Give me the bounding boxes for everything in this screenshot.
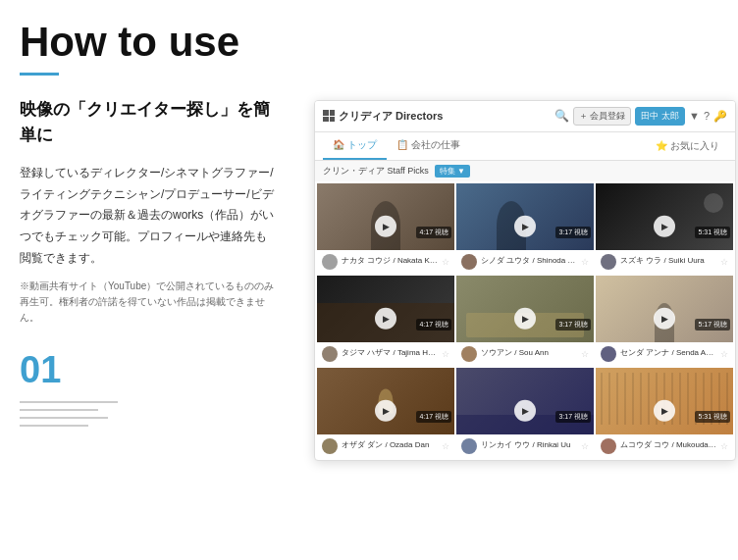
key-icon[interactable]: 🔑 [713, 110, 727, 123]
video-duration: 3:17 視聴 [555, 411, 591, 423]
step-lines [20, 401, 275, 427]
video-duration: 3:17 視聴 [555, 227, 591, 238]
video-item[interactable]: ▶ 5:31 視聴 ムコウダ コウ / Mukouda Kou ☆ [596, 368, 733, 458]
video-item[interactable]: ▶ 5:17 視聴 センダ アンナ / Senda Anna ☆ [596, 276, 733, 366]
video-item[interactable]: ▶ 5:31 視聴 スズキ ウラ / Suiki Uura ☆ [596, 183, 733, 274]
star-icon[interactable]: ☆ [442, 349, 449, 359]
tab-works[interactable]: 📋 会社の仕事 [387, 132, 470, 160]
video-info: ムコウダ コウ / Mukouda Kou ☆ [596, 434, 733, 458]
play-button[interactable]: ▶ [654, 307, 675, 329]
subtitle: 映像の「クリエイター探し」を簡単に [20, 97, 275, 147]
description-text: 登録しているディレクター/シネマトグラファー/ライティングテクニシャン/プロデュ… [20, 163, 275, 269]
star-icon[interactable]: ☆ [720, 349, 728, 359]
search-icon[interactable]: 🔍 [554, 109, 569, 123]
play-button[interactable]: ▶ [514, 399, 536, 421]
staff-pick-badge[interactable]: 特集 ▼ [435, 165, 470, 178]
login-button[interactable]: 田中 太郎 [635, 107, 685, 126]
play-button[interactable]: ▶ [375, 307, 396, 329]
video-duration: 5:17 視聴 [695, 319, 730, 331]
star-icon[interactable]: ☆ [442, 257, 449, 267]
title-underline [20, 73, 59, 76]
header-actions: 🔍 ＋ 会員登録 田中 太郎 ▼ ? 🔑 [554, 107, 727, 126]
video-info: センダ アンナ / Senda Anna ☆ [596, 342, 733, 366]
tab-top-label: トップ [347, 138, 377, 152]
logo-grid-icon [323, 110, 335, 122]
step-number: 01 [20, 349, 275, 391]
creator-name: シノダ ユウタ / Shinoda Youta [481, 256, 577, 266]
play-button[interactable]: ▶ [375, 215, 396, 236]
creator-name: ソウアン / Sou Ann [481, 348, 577, 358]
step-line-4 [20, 425, 88, 427]
app-logo: クリディア Directors [323, 109, 443, 124]
staff-pick-banner: クリン・ディア Staff Picks 特集 ▼ [315, 161, 735, 181]
note-text: ※動画共有サイト（YouTube）で公開されているもののみ再生可。権利者の許諾を… [20, 279, 275, 326]
avatar [601, 254, 616, 270]
avatar [461, 346, 477, 362]
right-panel: クリディア Directors 🔍 ＋ 会員登録 田中 太郎 ▼ ? 🔑 🏠 ト… [304, 0, 738, 560]
avatar [322, 346, 338, 362]
video-item[interactable]: ▶ 4:17 視聴 ナカタ コウジ / Nakata Kouji ☆ [317, 183, 454, 274]
bookmark-icon: ⭐ [656, 140, 667, 151]
star-icon[interactable]: ☆ [581, 441, 589, 451]
creator-name: センダ アンナ / Senda Anna [620, 348, 716, 358]
creator-name: ナカタ コウジ / Nakata Kouji [342, 256, 438, 266]
dropdown-icon[interactable]: ▼ [689, 110, 700, 122]
star-icon[interactable]: ☆ [581, 257, 589, 267]
step-line-1 [20, 401, 118, 403]
tab-bookmark[interactable]: ⭐ お気に入り [648, 132, 727, 160]
video-info: ソウアン / Sou Ann ☆ [456, 342, 594, 366]
video-item[interactable]: ▶ 3:17 視聴 ソウアン / Sou Ann ☆ [456, 276, 594, 366]
mockup-nav: 🏠 トップ 📋 会社の仕事 ⭐ お気に入り [315, 132, 735, 161]
creator-name: ムコウダ コウ / Mukouda Kou [620, 440, 716, 450]
page-title: How to use [20, 20, 275, 65]
staff-pick-label: クリン・ディア Staff Picks [323, 165, 429, 178]
video-duration: 3:17 視聴 [555, 319, 591, 331]
play-button[interactable]: ▶ [514, 307, 536, 329]
step-line-2 [20, 409, 98, 411]
video-duration: 4:17 視聴 [416, 227, 451, 238]
left-panel: How to use 映像の「クリエイター探し」を簡単に 登録しているディレクタ… [0, 0, 304, 560]
video-duration: 5:31 視聴 [695, 411, 730, 423]
works-icon: 📋 [396, 139, 408, 150]
play-button[interactable]: ▶ [375, 399, 396, 421]
avatar [322, 438, 338, 454]
video-duration: 4:17 視聴 [416, 319, 451, 331]
avatar [322, 254, 338, 270]
star-icon[interactable]: ☆ [581, 349, 589, 359]
add-member-button[interactable]: ＋ 会員登録 [573, 107, 632, 126]
mockup-header: クリディア Directors 🔍 ＋ 会員登録 田中 太郎 ▼ ? 🔑 [315, 101, 735, 132]
creator-name: タジマ ハザマ / Tajima Hazama [342, 348, 438, 358]
home-icon: 🏠 [333, 139, 344, 150]
video-item[interactable]: ▶ 4:17 視聴 タジマ ハザマ / Tajima Hazama ☆ [317, 276, 454, 366]
video-item[interactable]: ▶ 4:17 視聴 オザダ ダン / Ozada Dan ☆ [317, 368, 454, 458]
creator-name: リンカイ ウウ / Rinkai Uu [481, 440, 577, 450]
avatar [601, 438, 616, 454]
creator-name: オザダ ダン / Ozada Dan [342, 440, 438, 450]
avatar [461, 438, 477, 454]
help-button[interactable]: ? [704, 110, 710, 122]
play-button[interactable]: ▶ [654, 215, 675, 236]
video-info: タジマ ハザマ / Tajima Hazama ☆ [317, 342, 454, 366]
video-duration: 5:31 視聴 [695, 227, 730, 238]
star-icon[interactable]: ☆ [720, 257, 728, 267]
step-line-3 [20, 417, 108, 419]
video-info: リンカイ ウウ / Rinkai Uu ☆ [456, 434, 594, 458]
app-mockup: クリディア Directors 🔍 ＋ 会員登録 田中 太郎 ▼ ? 🔑 🏠 ト… [314, 100, 736, 461]
avatar [461, 254, 477, 270]
video-grid: ▶ 4:17 視聴 ナカタ コウジ / Nakata Kouji ☆ ▶ 3:1… [315, 181, 735, 460]
play-button[interactable]: ▶ [514, 215, 536, 236]
video-item[interactable]: ▶ 3:17 視聴 シノダ ユウタ / Shinoda Youta ☆ [456, 183, 594, 274]
avatar [601, 346, 616, 362]
video-info: オザダ ダン / Ozada Dan ☆ [317, 434, 454, 458]
tab-top[interactable]: 🏠 トップ [323, 132, 387, 160]
video-item[interactable]: ▶ 3:17 視聴 リンカイ ウウ / Rinkai Uu ☆ [456, 368, 594, 458]
star-icon[interactable]: ☆ [442, 441, 449, 451]
creator-name: スズキ ウラ / Suiki Uura [620, 256, 716, 266]
tab-works-label: 会社の仕事 [411, 138, 460, 152]
tab-bookmark-label: お気に入り [670, 139, 719, 153]
star-icon[interactable]: ☆ [720, 441, 728, 451]
play-button[interactable]: ▶ [654, 399, 675, 421]
video-info: スズキ ウラ / Suiki Uura ☆ [596, 250, 733, 274]
logo-text: クリディア Directors [339, 109, 443, 124]
video-info: シノダ ユウタ / Shinoda Youta ☆ [456, 250, 594, 274]
